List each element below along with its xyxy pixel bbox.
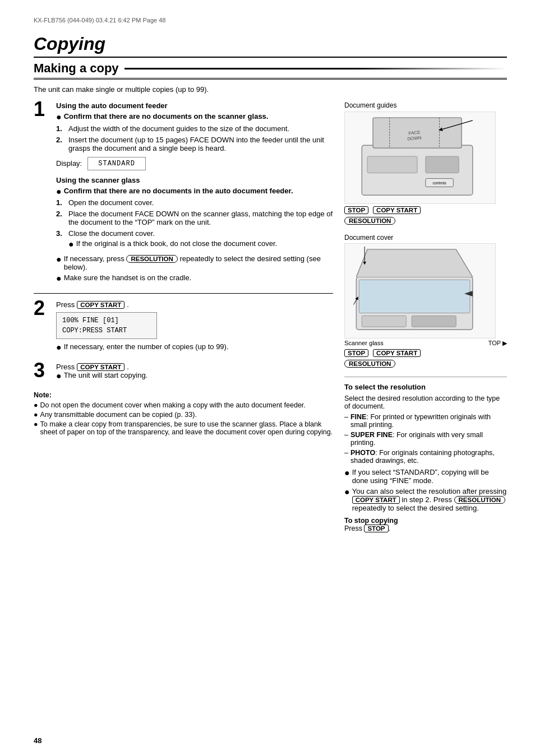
also-note-end: repeatedly to select the desired setting… bbox=[352, 504, 479, 512]
svg-rect-15 bbox=[412, 316, 456, 327]
step-3-number: 3 bbox=[34, 360, 50, 383]
glass-sub-bullet: ● If the original is a thick book, do no… bbox=[68, 239, 277, 249]
step-3-block: 3 Press COPY START. ● The unit will star… bbox=[34, 363, 333, 383]
stop-btn-top: STOP bbox=[344, 206, 368, 214]
section-heading: Making a copy bbox=[34, 61, 507, 80]
step-2-content: Press COPY START. 100% FINE [01] COPY:PR… bbox=[56, 300, 333, 355]
step-2-bullet-text: If necessary, enter the number of copies… bbox=[64, 342, 229, 353]
step-1-block: 1 Using the auto document feeder ● Confi… bbox=[34, 101, 333, 285]
diagram-bottom-buttons: STOP COPY START bbox=[344, 349, 507, 357]
bullet-icon-11: ● bbox=[344, 468, 350, 485]
glass-sub-text: If the original is a thick book, do not … bbox=[76, 239, 277, 249]
stop-text: Press STOP. bbox=[344, 525, 507, 532]
note-text-2: Any transmittable document can be copied… bbox=[40, 411, 197, 419]
step-3-bullet-text: The unit will start copying. bbox=[64, 371, 148, 381]
res-superfine-key: SUPER FINE bbox=[350, 431, 393, 439]
diagram-bottom: Document cover bbox=[344, 234, 507, 368]
bullet-icon-2: ● bbox=[56, 187, 62, 197]
resolution-before: If necessary, press bbox=[64, 254, 127, 263]
step-1-item1: 1. Adjust the width of the document guid… bbox=[56, 124, 333, 133]
note-item-2: ● Any transmittable document can be copi… bbox=[34, 411, 333, 419]
copy-start-btn-top: COPY START bbox=[373, 206, 421, 214]
display-label: Display: bbox=[56, 159, 82, 168]
svg-text:controls: controls bbox=[432, 181, 446, 185]
resolution-bullet: ● If necessary, press RESOLUTION repeate… bbox=[56, 254, 333, 271]
bullet-icon-9: ● bbox=[34, 411, 38, 419]
step-1-text2: Insert the document (up to 15 pages) FAC… bbox=[68, 136, 333, 152]
lcd-line2: COPY:PRESS START bbox=[62, 326, 151, 336]
lcd-display: 100% FINE [01] COPY:PRESS START bbox=[56, 312, 157, 339]
fax-diagram-bottom bbox=[344, 243, 496, 338]
bullet-icon-12: ● bbox=[344, 487, 350, 512]
bullet-icon-4: ● bbox=[56, 254, 62, 271]
page-container: KX-FLB756 (044-049) 03.4.21 6:42 PM Page… bbox=[0, 0, 535, 756]
display-row: Display: STANDARD bbox=[56, 157, 333, 170]
glass-item3: 3. Close the document cover. ● If the or… bbox=[56, 229, 333, 252]
main-content: 1 Using the auto document feeder ● Confi… bbox=[34, 101, 507, 532]
glass-item1: 1. Open the document cover. bbox=[56, 198, 333, 207]
standard-note: ● If you select “STANDARD”, copying will… bbox=[344, 468, 507, 485]
bullet-icon-8: ● bbox=[34, 401, 38, 409]
stop-heading: To stop copying bbox=[344, 517, 398, 525]
also-note-key: COPY START bbox=[352, 496, 400, 504]
step-1-item2: 2. Insert the document (up to 15 pages) … bbox=[56, 136, 333, 152]
handset-text: Make sure the handset is on the cradle. bbox=[64, 273, 192, 284]
step-1-bullet1-text: Confirm that there are no documents on t… bbox=[64, 112, 269, 120]
step-1-number: 1 bbox=[34, 99, 50, 285]
res-photo-key: PHOTO bbox=[350, 449, 375, 457]
resolution-key: RESOLUTION bbox=[126, 255, 177, 263]
handset-bullet: ● Make sure the handset is on the cradle… bbox=[56, 273, 333, 284]
step-2-bullet: ● If necessary, enter the number of copi… bbox=[56, 342, 333, 353]
note-heading: Note: bbox=[34, 391, 333, 399]
page-number: 48 bbox=[34, 736, 41, 745]
intro-text: The unit can make single or multiple cop… bbox=[34, 85, 507, 94]
svg-rect-14 bbox=[362, 316, 406, 327]
glass-bullet-text: Confirm that there are no documents in t… bbox=[64, 187, 293, 195]
stop-btn-bottom: STOP bbox=[344, 349, 368, 357]
resolution-btn-top: RESOLUTION bbox=[344, 217, 395, 225]
step-1-text1: Adjust the width of the document guides … bbox=[68, 124, 289, 133]
svg-rect-8 bbox=[426, 156, 459, 173]
diagram-labels-row: Document cover bbox=[344, 234, 507, 242]
stop-key: STOP bbox=[364, 525, 388, 532]
glass-text2: Place the document FACE DOWN on the scan… bbox=[68, 210, 333, 226]
note-block: Note: ● Do not open the document cover w… bbox=[34, 391, 333, 436]
diagram-side-labels: Scanner glass TOP ▶ bbox=[344, 340, 507, 347]
heading-line bbox=[124, 68, 507, 69]
glass-text3: Close the document cover. bbox=[68, 229, 155, 238]
res-fine-key: FINE bbox=[350, 413, 366, 421]
display-box: STANDARD bbox=[87, 157, 146, 170]
stop-copying-block: To stop copying bbox=[344, 517, 507, 525]
header-meta: KX-FLB756 (044-049) 03.4.21 6:42 PM Page… bbox=[34, 17, 507, 24]
bullet-icon: ● bbox=[56, 112, 62, 122]
glass-num3: 3. bbox=[56, 229, 66, 252]
bullet-icon-3: ● bbox=[68, 239, 74, 249]
divider-1 bbox=[34, 293, 333, 294]
fax-diagram-top: FACE DOWN controls bbox=[344, 112, 496, 204]
glass-num2: 2. bbox=[56, 210, 66, 226]
bullet-icon-7: ● bbox=[56, 371, 62, 381]
resolution-btn-bottom: RESOLUTION bbox=[344, 360, 395, 368]
svg-rect-12 bbox=[359, 280, 470, 313]
step-2-number: 2 bbox=[34, 298, 50, 355]
step-3-content: Press COPY START. ● The unit will start … bbox=[56, 363, 333, 383]
note-item-3: ● To make a clear copy from transparenci… bbox=[34, 420, 333, 436]
glass-num1: 1. bbox=[56, 198, 66, 207]
res-superfine: – SUPER FINE: For originals with very sm… bbox=[344, 431, 507, 447]
also-note-before: You can also select the resolution after… bbox=[352, 487, 507, 495]
step-1-bullet1: ● Confirm that there are no documents on… bbox=[56, 112, 333, 122]
standard-note-text: If you select “STANDARD”, copying will b… bbox=[352, 468, 507, 485]
res-fine-text: For printed or typewritten originals wit… bbox=[350, 413, 491, 429]
diagram-top: Document guides FACE DOWN bbox=[344, 101, 507, 225]
res-fine: – FINE: For printed or typewritten origi… bbox=[344, 413, 507, 429]
scanner-glass-label: Scanner glass bbox=[344, 340, 384, 347]
doc-cover-label: Document cover bbox=[344, 234, 393, 242]
step-1-feeder-heading: Using the auto document feeder bbox=[56, 101, 333, 110]
page-title: Copying bbox=[34, 34, 507, 58]
bullet-icon-6: ● bbox=[56, 342, 62, 353]
step-1-num2: 2. bbox=[56, 136, 66, 152]
note-text-3: To make a clear copy from transparencies… bbox=[40, 420, 333, 436]
lcd-line1: 100% FINE [01] bbox=[62, 316, 151, 326]
step-1-num1: 1. bbox=[56, 124, 66, 133]
also-note-mid: in step 2. Press bbox=[400, 495, 454, 504]
